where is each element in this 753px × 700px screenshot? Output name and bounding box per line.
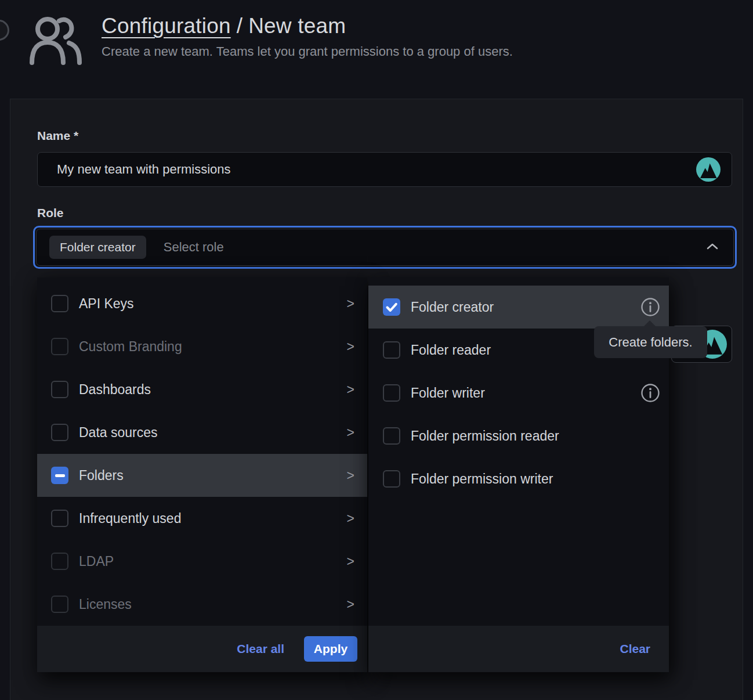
breadcrumb-current: New team (248, 14, 346, 38)
group-label: Folders (79, 468, 124, 483)
unchecked-checkbox[interactable] (51, 338, 68, 355)
breadcrumb-configuration-link[interactable]: Configuration (102, 14, 231, 38)
group-label: LDAP (79, 554, 114, 569)
unchecked-checkbox[interactable] (51, 510, 68, 527)
group-row-data-sources[interactable]: Data sources> (37, 411, 367, 454)
role-label: Folder creator (411, 300, 494, 315)
role-groups-panel: API Keys>Custom Branding>Dashboards>Data… (37, 277, 367, 672)
unchecked-checkbox[interactable] (383, 470, 400, 488)
group-label: Dashboards (79, 382, 151, 398)
tooltip-text: Create folders. (609, 335, 692, 350)
name-field-label: Name * (37, 129, 78, 143)
indeterminate-checkbox[interactable] (51, 467, 68, 484)
role-select-inner: Folder creator Select role (36, 229, 734, 266)
info-icon[interactable] (640, 383, 660, 403)
breadcrumb-separator: / (237, 14, 242, 38)
unchecked-checkbox[interactable] (51, 381, 68, 398)
clear-all-button[interactable]: Clear all (237, 642, 284, 656)
group-row-infrequently-used[interactable]: Infrequently used> (37, 497, 367, 540)
group-label: Custom Branding (79, 339, 182, 355)
chevron-right-icon: > (347, 339, 354, 355)
role-field-label: Role (37, 206, 64, 220)
chevron-right-icon: > (347, 597, 354, 612)
group-label: Infrequently used (79, 511, 181, 526)
group-label: Data sources (79, 425, 158, 441)
role-label: Folder writer (411, 385, 485, 401)
chevron-right-icon: > (347, 296, 354, 312)
chevron-right-icon: > (347, 554, 354, 569)
group-row-dashboards[interactable]: Dashboards> (37, 368, 367, 411)
checked-checkbox[interactable] (383, 298, 400, 316)
unchecked-checkbox[interactable] (51, 295, 68, 312)
groups-panel-footer: Clear all Apply (37, 626, 367, 672)
role-groups-list: API Keys>Custom Branding>Dashboards>Data… (37, 277, 367, 626)
role-row-folder-creator[interactable]: Folder creator (368, 286, 669, 329)
group-row-folders[interactable]: Folders> (37, 454, 367, 497)
chevron-right-icon: > (347, 425, 354, 441)
group-row-ldap[interactable]: LDAP> (37, 540, 367, 583)
info-tooltip: Create folders. (594, 326, 707, 358)
chevron-right-icon: > (347, 382, 354, 398)
role-select-placeholder: Select role (164, 240, 224, 255)
role-label: Folder permission reader (411, 428, 559, 444)
unchecked-checkbox[interactable] (51, 596, 68, 613)
page-subtitle: Create a new team. Teams let you grant p… (102, 44, 513, 59)
role-label: Folder reader (411, 342, 491, 358)
unchecked-checkbox[interactable] (51, 553, 68, 570)
partial-avatar-circle (0, 20, 9, 41)
unchecked-checkbox[interactable] (383, 341, 400, 359)
group-label: Licenses (79, 597, 132, 612)
chevron-right-icon: > (347, 511, 354, 526)
users-icon (27, 14, 82, 67)
group-row-licenses[interactable]: Licenses> (37, 583, 367, 626)
chevron-right-icon: > (347, 468, 354, 483)
selected-role-chip[interactable]: Folder creator (49, 236, 146, 259)
role-row-folder-writer[interactable]: Folder writer (368, 371, 669, 414)
team-name-input[interactable] (37, 152, 732, 187)
group-row-custom-branding[interactable]: Custom Branding> (37, 325, 367, 368)
info-icon[interactable] (640, 297, 660, 317)
unchecked-checkbox[interactable] (51, 424, 68, 441)
roles-panel-footer: Clear (368, 626, 669, 672)
apply-button[interactable]: Apply (304, 636, 357, 662)
role-row-folder-permission-writer[interactable]: Folder permission writer (368, 457, 669, 500)
group-row-api-keys[interactable]: API Keys> (37, 282, 367, 325)
unchecked-checkbox[interactable] (383, 384, 400, 402)
role-row-folder-permission-reader[interactable]: Folder permission reader (368, 414, 669, 457)
new-team-page: Configuration/New team Create a new team… (0, 0, 753, 700)
role-options-list: Folder creatorFolder readerFolder writer… (368, 277, 669, 500)
unchecked-checkbox[interactable] (383, 427, 400, 445)
group-label: API Keys (79, 296, 134, 312)
page-title: Configuration/New team (102, 14, 513, 38)
role-select[interactable]: Folder creator Select role (33, 226, 737, 269)
chevron-up-icon[interactable] (705, 242, 719, 252)
page-header: Configuration/New team Create a new team… (102, 14, 513, 59)
role-label: Folder permission writer (411, 471, 553, 487)
nordpass-autofill-icon[interactable] (696, 157, 721, 182)
clear-button[interactable]: Clear (620, 642, 650, 656)
